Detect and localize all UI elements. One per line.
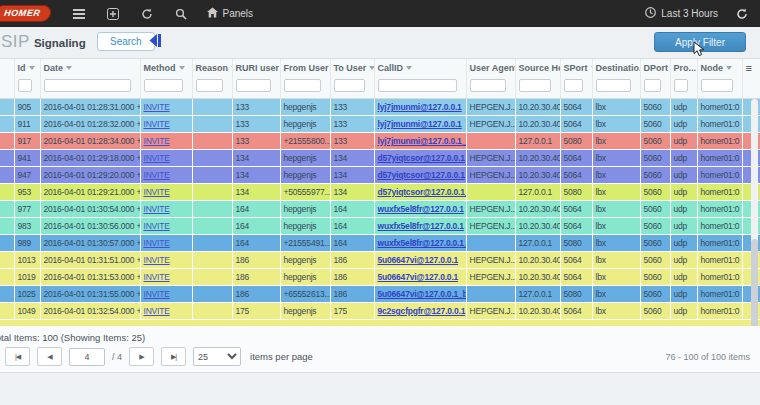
column-header-destination[interactable]: Destinatio... — [592, 59, 640, 75]
callid-cell: 5u06647vi@127.0.0.1 — [374, 269, 466, 286]
sort-caret-icon[interactable] — [66, 66, 72, 70]
filter-input-callid[interactable] — [378, 79, 457, 92]
table-row[interactable]: 10132016-04-01 01:31:51.000 +...INVITE18… — [0, 252, 760, 269]
method-value[interactable]: INVITE — [144, 306, 170, 316]
time-range-selector[interactable]: Last 3 Hours — [645, 7, 718, 20]
first-page-button[interactable]: |◀ — [5, 347, 30, 366]
search-icon[interactable] — [175, 8, 187, 20]
filter-input-dport[interactable] — [644, 79, 661, 92]
callid-value[interactable]: wuxfx5el8fr@127.0.0.1 — [378, 204, 464, 214]
callid-value[interactable]: 5u06647vi@127.0.0.1 — [378, 255, 459, 265]
to_user-cell: 133 — [330, 133, 374, 150]
filter-input-destination[interactable] — [596, 79, 631, 92]
filter-input-user_agent[interactable] — [470, 79, 506, 92]
homer-logo[interactable]: HOMER — [0, 5, 52, 22]
column-header-dport[interactable]: DPort — [640, 59, 670, 75]
next-page-button[interactable]: ▶ — [129, 347, 154, 366]
table-row[interactable]: 10192016-04-01 01:31:53.000 +...INVITE18… — [0, 269, 760, 286]
reload-icon[interactable] — [736, 8, 748, 20]
filter-input-reason[interactable] — [196, 79, 223, 92]
table-row[interactable]: 9892016-04-01 01:30:57.000 +...INVITE164… — [0, 235, 760, 252]
method-value[interactable]: INVITE — [144, 119, 170, 129]
method-value[interactable]: INVITE — [144, 221, 170, 231]
filter-input-method[interactable] — [144, 79, 183, 92]
table-row[interactable]: 9532016-04-01 01:29:21.000 +...INVITE134… — [0, 184, 760, 201]
table-row[interactable]: 9832016-04-01 01:30:56.000 +...INVITE164… — [0, 218, 760, 235]
scrollbar-thumb[interactable] — [751, 239, 758, 326]
method-value[interactable]: INVITE — [144, 153, 170, 163]
table-row[interactable]: 10252016-04-01 01:31:55.000 +...INVITE18… — [0, 286, 760, 303]
column-label-from_user: From User — [284, 63, 329, 73]
method-value[interactable]: INVITE — [144, 102, 170, 112]
column-header-reason[interactable]: Reason — [192, 59, 232, 75]
sort-caret-icon[interactable] — [406, 66, 412, 70]
filter-input-node[interactable] — [701, 79, 733, 92]
column-header-from_user[interactable]: From User — [280, 59, 330, 75]
column-header-callid[interactable]: CallID — [374, 59, 466, 75]
table-row[interactable]: 9172016-04-01 01:28:34.000 +...INVITE133… — [0, 133, 760, 150]
table-row[interactable]: 9472016-04-01 01:29:20.000 +...INVITE134… — [0, 167, 760, 184]
method-value[interactable]: INVITE — [144, 204, 170, 214]
filter-input-from_user[interactable] — [284, 79, 321, 92]
method-value[interactable]: INVITE — [144, 238, 170, 248]
method-value[interactable]: INVITE — [144, 289, 170, 299]
sort-caret-icon[interactable] — [369, 66, 374, 70]
dport-value: 5060 — [644, 102, 662, 112]
table-row[interactable]: 9052016-04-01 01:28:31.000 +...INVITE133… — [0, 99, 760, 116]
column-header-sport[interactable]: SPort — [560, 59, 592, 75]
callid-value[interactable]: 5u06647vi@127.0.0.1_b2... — [378, 289, 467, 299]
sort-caret-icon[interactable] — [179, 66, 185, 70]
last-page-button[interactable]: ▶| — [161, 347, 186, 366]
callid-value[interactable]: d57yiqtcsor@127.0.0.1 — [378, 153, 465, 163]
items-per-page-select[interactable]: 25 — [193, 347, 241, 366]
filter-input-date[interactable] — [44, 79, 131, 92]
callid-value[interactable]: wuxfx5el8fr@127.0.0.1 — [378, 221, 464, 231]
sort-caret-icon[interactable] — [726, 66, 732, 70]
vertical-scrollbar[interactable] — [751, 99, 758, 321]
columns-menu-icon[interactable]: ≡ — [746, 62, 752, 74]
filter-input-ruri_user[interactable] — [236, 79, 271, 92]
column-header-ruri_user[interactable]: RURI user — [232, 59, 280, 75]
method-value[interactable]: INVITE — [144, 272, 170, 282]
method-value[interactable]: INVITE — [144, 255, 170, 265]
callid-value[interactable]: wuxfx5el8fr@127.0.0.1_... — [378, 238, 467, 248]
table-row[interactable]: 10492016-04-01 01:32:54.000 +...INVITE17… — [0, 303, 760, 320]
method-value[interactable]: INVITE — [144, 170, 170, 180]
column-header-to_user[interactable]: To User — [330, 59, 374, 75]
hamburger-menu-icon[interactable] — [73, 9, 85, 19]
method-value[interactable]: INVITE — [144, 187, 170, 197]
callid-value[interactable]: d57yiqtcsor@127.0.0.1_... — [378, 187, 467, 197]
callid-value[interactable]: 5u06647vi@127.0.0.1 — [378, 272, 459, 282]
column-header-method[interactable]: Method — [140, 59, 192, 75]
column-header-date[interactable]: Date — [40, 59, 140, 75]
page-number-input[interactable] — [69, 348, 105, 366]
callid-value[interactable]: lyj7jmunmi@127.0.0.1 — [378, 119, 462, 129]
filter-input-proto[interactable] — [674, 79, 688, 92]
table-row[interactable]: 9412016-04-01 01:29:18.000 +...INVITE134… — [0, 150, 760, 167]
sort-caret-icon[interactable] — [29, 66, 35, 70]
filter-input-sport[interactable] — [564, 79, 583, 92]
method-value[interactable]: INVITE — [144, 136, 170, 146]
filter-input-source_host[interactable] — [519, 79, 551, 92]
to_user-value: 134 — [334, 170, 348, 180]
column-header-id[interactable]: Id — [14, 59, 40, 75]
callid-value[interactable]: d57yiqtcsor@127.0.0.1 — [378, 170, 465, 180]
callid-value[interactable]: lyj7jmunmi@127.0.0.1 — [378, 102, 462, 112]
collapse-search-panel-icon[interactable] — [147, 33, 162, 52]
add-panel-icon[interactable] — [107, 8, 119, 20]
callid-value[interactable]: lyj7jmunmi@127.0.0.1_b... — [378, 136, 467, 146]
table-row[interactable]: 9112016-04-01 01:28:32.000 +...INVITE133… — [0, 116, 760, 133]
table-row[interactable]: 9772016-04-01 01:30:54.000 +...INVITE164… — [0, 201, 760, 218]
panels-menu[interactable]: Panels — [207, 7, 254, 20]
refresh-icon[interactable] — [141, 8, 153, 20]
filter-input-id[interactable] — [18, 79, 32, 92]
column-header-proto[interactable]: Pro... — [670, 59, 697, 75]
filter-input-to_user[interactable] — [334, 79, 365, 92]
column-header-source_host[interactable]: Source Ho... — [515, 59, 560, 75]
callid-value[interactable]: 9c2sgcfpgfr@127.0.0.1 — [378, 306, 466, 316]
filter-cell-menu — [742, 75, 760, 99]
prev-page-button[interactable]: ◀ — [37, 347, 62, 366]
from_user-cell: +21555800... — [280, 133, 330, 150]
column-header-node[interactable]: Node — [697, 59, 742, 75]
column-header-user_agent[interactable]: User Agent — [466, 59, 515, 75]
